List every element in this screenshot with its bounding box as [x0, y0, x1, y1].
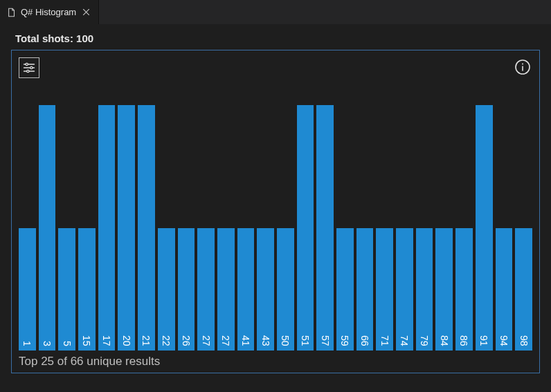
- bar[interactable]: 5: [58, 228, 75, 351]
- bar[interactable]: 22: [158, 228, 175, 351]
- chart-area: 1351517202122262727414350515759667174798…: [17, 81, 534, 351]
- bar-label: 27: [220, 335, 231, 351]
- bar-label: 57: [320, 335, 331, 351]
- bar-label: 94: [498, 335, 509, 351]
- tab-bar: Q# Histogram: [0, 0, 551, 24]
- bar[interactable]: 27: [217, 228, 235, 351]
- bar[interactable]: 20: [118, 105, 135, 351]
- svg-point-5: [27, 70, 29, 72]
- bar[interactable]: 86: [455, 228, 473, 351]
- filter-settings-button[interactable]: [19, 57, 39, 78]
- bar-label: 27: [201, 335, 212, 351]
- bar[interactable]: 27: [197, 228, 215, 351]
- bar[interactable]: 74: [396, 228, 413, 351]
- close-icon[interactable]: [80, 7, 91, 18]
- bar-label: 5: [62, 341, 73, 351]
- bar[interactable]: 84: [435, 228, 453, 351]
- bar-label: 51: [300, 335, 311, 351]
- bar-label: 84: [439, 335, 450, 351]
- bar-label: 71: [379, 335, 390, 351]
- bars-container: 1351517202122262727414350515759667174798…: [17, 81, 534, 351]
- bar[interactable]: 43: [257, 228, 274, 351]
- file-icon: [7, 8, 17, 17]
- bar[interactable]: 79: [416, 228, 433, 351]
- bar-label: 15: [81, 335, 92, 351]
- tab-title: Q# Histogram: [21, 7, 76, 17]
- histogram-panel: 1351517202122262727414350515759667174798…: [11, 50, 540, 373]
- bar[interactable]: 71: [376, 228, 393, 351]
- tab-histogram[interactable]: Q# Histogram: [0, 0, 99, 24]
- bar[interactable]: 3: [39, 105, 56, 351]
- bar[interactable]: 98: [515, 228, 532, 351]
- bar[interactable]: 94: [496, 228, 513, 351]
- bar[interactable]: 50: [277, 228, 294, 351]
- panel-toolbar: [17, 56, 534, 78]
- bar[interactable]: 41: [237, 228, 255, 351]
- bar-label: 59: [339, 335, 350, 351]
- bar[interactable]: 66: [356, 228, 374, 351]
- bar[interactable]: 59: [336, 228, 354, 351]
- bar-label: 17: [101, 335, 112, 351]
- bar-label: 3: [42, 341, 53, 351]
- bar-label: 66: [359, 335, 370, 351]
- bar-label: 1: [21, 341, 33, 351]
- info-icon[interactable]: [513, 57, 532, 77]
- total-shots-label: Total shots: 100: [15, 32, 540, 44]
- bar[interactable]: 91: [476, 105, 493, 351]
- bar-label: 41: [240, 335, 251, 351]
- bar[interactable]: 17: [98, 105, 116, 351]
- bar-label: 98: [518, 335, 530, 351]
- svg-point-8: [522, 64, 523, 65]
- bar-label: 50: [280, 335, 291, 351]
- bar[interactable]: 21: [138, 105, 155, 351]
- bar-label: 22: [161, 335, 172, 351]
- svg-point-3: [26, 63, 28, 65]
- bar[interactable]: 26: [178, 228, 195, 351]
- bar-label: 86: [458, 335, 469, 351]
- bar-label: 20: [121, 335, 132, 351]
- chart-caption: Top 25 of 66 unique results: [19, 355, 534, 368]
- bar-label: 21: [141, 335, 152, 351]
- bar-label: 91: [478, 335, 489, 351]
- bar[interactable]: 1: [19, 228, 36, 351]
- bar-label: 79: [419, 335, 430, 351]
- bar[interactable]: 57: [316, 105, 334, 351]
- bar[interactable]: 15: [78, 228, 96, 351]
- svg-point-4: [30, 66, 33, 68]
- bar[interactable]: 51: [297, 105, 314, 351]
- bar-label: 74: [399, 335, 410, 351]
- bar-label: 43: [260, 335, 271, 351]
- bar-label: 26: [181, 335, 192, 351]
- content-area: Total shots: 100: [0, 24, 551, 384]
